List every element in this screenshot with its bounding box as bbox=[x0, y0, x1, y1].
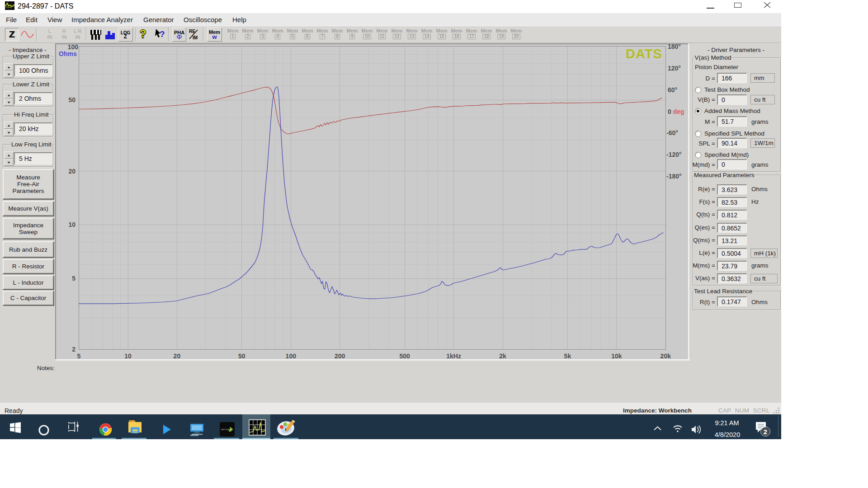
svg-text:50: 50 bbox=[238, 352, 245, 360]
svg-text:5: 5 bbox=[72, 275, 75, 282]
svg-text:5k: 5k bbox=[564, 352, 571, 360]
svg-text:10k: 10k bbox=[611, 352, 622, 360]
svg-text:0 deg: 0 deg bbox=[668, 108, 684, 115]
svg-text:5: 5 bbox=[77, 352, 81, 360]
svg-text:2: 2 bbox=[764, 428, 767, 436]
svg-text:2k: 2k bbox=[499, 352, 506, 360]
svg-text:20: 20 bbox=[174, 352, 181, 360]
svg-text:120°: 120° bbox=[668, 65, 681, 72]
svg-text:?: ? bbox=[160, 29, 165, 39]
svg-text:DATS: DATS bbox=[626, 47, 662, 61]
svg-text:180°: 180° bbox=[668, 43, 681, 50]
svg-text:200: 200 bbox=[335, 352, 345, 360]
svg-text:IM: IM bbox=[193, 35, 198, 40]
svg-text:2: 2 bbox=[72, 346, 75, 353]
svg-text:10: 10 bbox=[124, 352, 132, 360]
svg-text:-120°: -120° bbox=[666, 151, 682, 158]
svg-text:100: 100 bbox=[68, 43, 79, 51]
svg-text:RE: RE bbox=[189, 29, 195, 34]
svg-text:-60°: -60° bbox=[666, 129, 678, 136]
svg-text:50: 50 bbox=[68, 96, 75, 103]
svg-text:20k: 20k bbox=[660, 352, 671, 360]
svg-text:4/8/2020: 4/8/2020 bbox=[715, 431, 740, 438]
svg-text:Ohms: Ohms bbox=[59, 50, 77, 57]
svg-text:10: 10 bbox=[68, 221, 75, 228]
svg-text:-180°: -180° bbox=[666, 173, 682, 180]
svg-text:20: 20 bbox=[68, 168, 75, 175]
svg-text:100: 100 bbox=[286, 352, 297, 360]
svg-text:60°: 60° bbox=[668, 86, 677, 94]
svg-text:1kHz: 1kHz bbox=[446, 352, 461, 360]
svg-text:500: 500 bbox=[399, 352, 410, 360]
svg-text:9:21 AM: 9:21 AM bbox=[715, 419, 739, 427]
